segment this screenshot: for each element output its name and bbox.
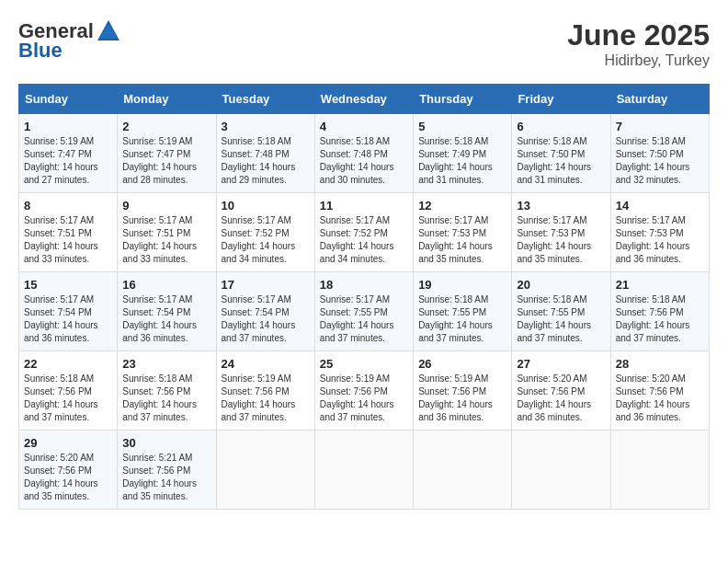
table-row: 26Sunrise: 5:19 AMSunset: 7:56 PMDayligh… — [414, 351, 512, 431]
table-row: 4Sunrise: 5:18 AMSunset: 7:48 PMDaylight… — [314, 114, 413, 193]
table-row — [610, 431, 709, 510]
calendar-table: SundayMondayTuesdayWednesdayThursdayFrid… — [18, 84, 710, 510]
table-row: 11Sunrise: 5:17 AMSunset: 7:52 PMDayligh… — [314, 193, 413, 272]
table-row — [512, 431, 610, 510]
table-row — [216, 431, 314, 510]
table-row: 5Sunrise: 5:18 AMSunset: 7:49 PMDaylight… — [414, 114, 512, 193]
logo-icon — [96, 18, 121, 44]
table-row: 14Sunrise: 5:17 AMSunset: 7:53 PMDayligh… — [610, 193, 709, 272]
table-row: 3Sunrise: 5:18 AMSunset: 7:48 PMDaylight… — [216, 114, 314, 193]
table-row: 20Sunrise: 5:18 AMSunset: 7:55 PMDayligh… — [512, 272, 610, 351]
table-row: 10Sunrise: 5:17 AMSunset: 7:52 PMDayligh… — [216, 193, 314, 272]
header-tuesday: Tuesday — [216, 85, 314, 114]
calendar-week-1: 1Sunrise: 5:19 AMSunset: 7:47 PMDaylight… — [19, 114, 710, 193]
header-wednesday: Wednesday — [314, 85, 413, 114]
table-row: 28Sunrise: 5:20 AMSunset: 7:56 PMDayligh… — [610, 351, 709, 431]
table-row: 13Sunrise: 5:17 AMSunset: 7:53 PMDayligh… — [512, 193, 610, 272]
table-row: 25Sunrise: 5:19 AMSunset: 7:56 PMDayligh… — [314, 351, 413, 431]
header-thursday: Thursday — [414, 85, 512, 114]
table-row: 27Sunrise: 5:20 AMSunset: 7:56 PMDayligh… — [512, 351, 610, 431]
table-row — [414, 431, 512, 510]
table-row: 22Sunrise: 5:18 AMSunset: 7:56 PMDayligh… — [19, 351, 118, 431]
table-row — [314, 431, 413, 510]
table-row: 15Sunrise: 5:17 AMSunset: 7:54 PMDayligh… — [19, 272, 118, 351]
table-row: 1Sunrise: 5:19 AMSunset: 7:47 PMDaylight… — [19, 114, 118, 193]
table-row: 21Sunrise: 5:18 AMSunset: 7:56 PMDayligh… — [610, 272, 709, 351]
header-saturday: Saturday — [610, 85, 709, 114]
title-block: June 2025 Hidirbey, Turkey — [567, 18, 710, 69]
calendar-week-2: 8Sunrise: 5:17 AMSunset: 7:51 PMDaylight… — [19, 193, 710, 272]
calendar-week-4: 22Sunrise: 5:18 AMSunset: 7:56 PMDayligh… — [19, 351, 710, 431]
header-monday: Monday — [118, 85, 216, 114]
table-row: 8Sunrise: 5:17 AMSunset: 7:51 PMDaylight… — [19, 193, 118, 272]
table-row: 2Sunrise: 5:19 AMSunset: 7:47 PMDaylight… — [118, 114, 216, 193]
table-row: 6Sunrise: 5:18 AMSunset: 7:50 PMDaylight… — [512, 114, 610, 193]
header-friday: Friday — [512, 85, 610, 114]
table-row: 7Sunrise: 5:18 AMSunset: 7:50 PMDaylight… — [610, 114, 709, 193]
table-row: 30Sunrise: 5:21 AMSunset: 7:56 PMDayligh… — [118, 431, 216, 510]
table-row: 24Sunrise: 5:19 AMSunset: 7:56 PMDayligh… — [216, 351, 314, 431]
header-sunday: Sunday — [19, 85, 118, 114]
calendar-week-5: 29Sunrise: 5:20 AMSunset: 7:56 PMDayligh… — [19, 431, 710, 510]
table-row: 17Sunrise: 5:17 AMSunset: 7:54 PMDayligh… — [216, 272, 314, 351]
table-row: 18Sunrise: 5:17 AMSunset: 7:55 PMDayligh… — [314, 272, 413, 351]
calendar-header-row: SundayMondayTuesdayWednesdayThursdayFrid… — [19, 85, 710, 114]
calendar-week-3: 15Sunrise: 5:17 AMSunset: 7:54 PMDayligh… — [19, 272, 710, 351]
logo: General Blue — [18, 18, 121, 63]
location-subtitle: Hidirbey, Turkey — [567, 52, 710, 69]
page-header: General Blue June 2025 Hidirbey, Turkey — [18, 18, 710, 69]
logo-blue-text: Blue — [18, 39, 63, 63]
table-row: 29Sunrise: 5:20 AMSunset: 7:56 PMDayligh… — [19, 431, 118, 510]
svg-marker-1 — [99, 24, 118, 39]
table-row: 16Sunrise: 5:17 AMSunset: 7:54 PMDayligh… — [118, 272, 216, 351]
table-row: 12Sunrise: 5:17 AMSunset: 7:53 PMDayligh… — [414, 193, 512, 272]
table-row: 9Sunrise: 5:17 AMSunset: 7:51 PMDaylight… — [118, 193, 216, 272]
table-row: 23Sunrise: 5:18 AMSunset: 7:56 PMDayligh… — [118, 351, 216, 431]
month-title: June 2025 — [567, 18, 710, 52]
table-row: 19Sunrise: 5:18 AMSunset: 7:55 PMDayligh… — [414, 272, 512, 351]
